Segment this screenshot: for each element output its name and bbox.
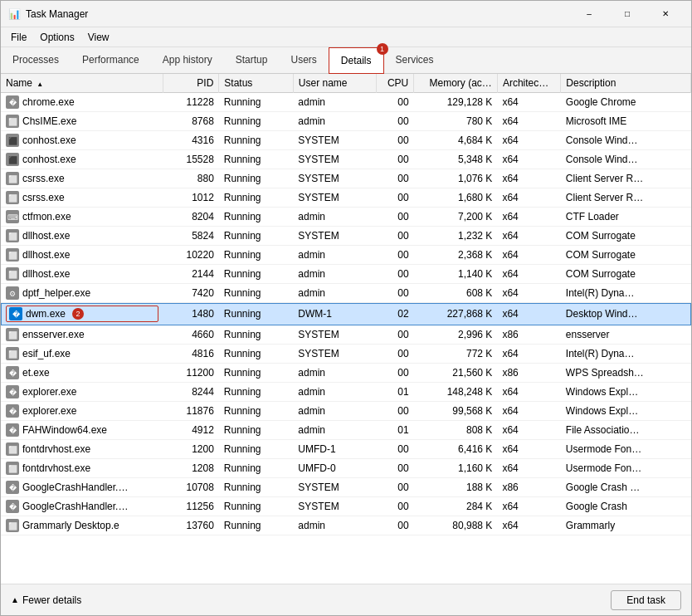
cell-cpu: 00 bbox=[377, 459, 414, 478]
process-name: csrss.exe bbox=[22, 192, 65, 203]
tab-services[interactable]: Services bbox=[384, 47, 446, 74]
cell-arch: x64 bbox=[497, 345, 560, 364]
cell-name: � explorer.exe bbox=[1, 402, 163, 421]
process-name: explorer.exe bbox=[22, 386, 76, 398]
cell-status: Running bbox=[219, 383, 293, 402]
cell-arch: x64 bbox=[497, 516, 560, 535]
menu-file[interactable]: File bbox=[4, 30, 33, 45]
tab-processes[interactable]: Processes bbox=[1, 47, 71, 74]
cell-name: ⬜ fontdrvhost.exe bbox=[1, 459, 163, 478]
process-table-container[interactable]: Name ▲ PID Status User name CPU bbox=[1, 74, 691, 584]
cell-pid: 13760 bbox=[163, 516, 219, 535]
table-row[interactable]: ⬜ ChsIME.exe8768Runningadmin00780 Kx64Mi… bbox=[1, 112, 691, 131]
cell-status: Running bbox=[219, 93, 293, 112]
cell-memory: 129,128 K bbox=[414, 93, 498, 112]
col-header-memory[interactable]: Memory (ac… bbox=[414, 74, 498, 93]
col-header-user[interactable]: User name bbox=[293, 74, 377, 93]
menu-options[interactable]: Options bbox=[33, 30, 80, 45]
table-row[interactable]: ⌨ ctfmon.exe8204Runningadmin007,200 Kx64… bbox=[1, 208, 691, 227]
svg-text:⌨: ⌨ bbox=[7, 213, 18, 222]
table-row[interactable]: � explorer.exe11876Runningadmin0099,568 … bbox=[1, 402, 691, 421]
table-row[interactable]: ⬛ conhost.exe15528RunningSYSTEM005,348 K… bbox=[1, 150, 691, 169]
table-row[interactable]: ⬜ Grammarly Desktop.e13760Runningadmin00… bbox=[1, 516, 691, 535]
tab-performance[interactable]: Performance bbox=[71, 47, 151, 74]
end-task-button[interactable]: End task bbox=[611, 590, 681, 610]
cell-name: ⬜ csrss.exe bbox=[1, 169, 163, 188]
fewer-details-button[interactable]: ▲ Fewer details bbox=[11, 594, 81, 606]
tab-app-history[interactable]: App history bbox=[151, 47, 224, 74]
svg-text:�: � bbox=[9, 369, 17, 378]
process-icon: � bbox=[6, 366, 19, 379]
cell-memory: 188 K bbox=[414, 478, 498, 497]
process-icon: � bbox=[6, 481, 19, 494]
svg-text:⬜: ⬜ bbox=[8, 445, 18, 455]
title-bar: 📊 Task Manager – □ ✕ bbox=[1, 1, 691, 27]
col-header-arch[interactable]: Architec… bbox=[497, 74, 560, 93]
col-header-status[interactable]: Status bbox=[219, 74, 293, 93]
table-row[interactable]: � GoogleCrashHandler.…10708RunningSYSTEM… bbox=[1, 478, 691, 497]
table-row[interactable]: ⬜ fontdrvhost.exe1200RunningUMFD-1006,41… bbox=[1, 440, 691, 459]
maximize-button[interactable]: □ bbox=[608, 1, 646, 27]
cell-user: admin bbox=[293, 284, 377, 303]
table-row[interactable]: ⚙ dptf_helper.exe7420Runningadmin00608 K… bbox=[1, 284, 691, 303]
cell-memory: 1,140 K bbox=[414, 265, 498, 284]
svg-text:⬜: ⬜ bbox=[8, 330, 18, 340]
process-name: csrss.exe bbox=[22, 173, 65, 184]
cell-status: Running bbox=[219, 284, 293, 303]
cell-cpu: 00 bbox=[377, 325, 414, 345]
process-icon: � bbox=[6, 500, 19, 513]
table-row[interactable]: � explorer.exe8244Runningadmin01148,248 … bbox=[1, 383, 691, 402]
table-row[interactable]: � dwm.exe21480RunningDWM-102227,868 Kx64… bbox=[1, 303, 691, 325]
table-row[interactable]: ⬜ ensserver.exe4660RunningSYSTEM002,996 … bbox=[1, 325, 691, 345]
cell-memory: 772 K bbox=[414, 345, 498, 364]
table-row[interactable]: ⬜ csrss.exe880RunningSYSTEM001,076 Kx64C… bbox=[1, 169, 691, 188]
col-header-pid[interactable]: PID bbox=[163, 74, 219, 93]
table-row[interactable]: � chrome.exe11228Runningadmin00129,128 K… bbox=[1, 93, 691, 112]
table-row[interactable]: � FAHWindow64.exe4912Runningadmin01808 K… bbox=[1, 421, 691, 440]
table-row[interactable]: ⬜ dllhost.exe2144Runningadmin001,140 Kx6… bbox=[1, 265, 691, 284]
cell-memory: 99,568 K bbox=[414, 402, 498, 421]
cell-user: SYSTEM bbox=[293, 131, 377, 150]
table-row[interactable]: ⬜ dllhost.exe5824RunningSYSTEM001,232 Kx… bbox=[1, 227, 691, 246]
cell-user: SYSTEM bbox=[293, 325, 377, 345]
table-row[interactable]: ⬜ dllhost.exe10220Runningadmin002,368 Kx… bbox=[1, 246, 691, 265]
col-header-desc[interactable]: Description bbox=[561, 74, 691, 93]
cell-user: admin bbox=[293, 402, 377, 421]
cell-pid: 1200 bbox=[163, 440, 219, 459]
cell-status: Running bbox=[219, 478, 293, 497]
cell-status: Running bbox=[219, 421, 293, 440]
col-header-name[interactable]: Name ▲ bbox=[1, 74, 163, 93]
minimize-button[interactable]: – bbox=[570, 1, 608, 27]
cell-memory: 7,200 K bbox=[414, 208, 498, 227]
cell-memory: 21,560 K bbox=[414, 364, 498, 383]
svg-text:⬜: ⬜ bbox=[8, 270, 18, 280]
table-header-row: Name ▲ PID Status User name CPU bbox=[1, 74, 691, 93]
tab-details[interactable]: Details 1 bbox=[329, 47, 384, 74]
table-row[interactable]: ⬜ csrss.exe1012RunningSYSTEM001,680 Kx64… bbox=[1, 188, 691, 208]
tab-startup[interactable]: Startup bbox=[224, 47, 280, 74]
table-row[interactable]: � et.exe11200Runningadmin0021,560 Kx86WP… bbox=[1, 364, 691, 383]
table-row[interactable]: ⬛ conhost.exe4316RunningSYSTEM004,684 Kx… bbox=[1, 131, 691, 150]
table-row[interactable]: ⬜ fontdrvhost.exe1208RunningUMFD-0001,16… bbox=[1, 459, 691, 478]
process-name: dllhost.exe bbox=[22, 230, 70, 242]
cell-status: Running bbox=[219, 516, 293, 535]
cell-arch: x64 bbox=[497, 383, 560, 402]
cell-desc: ensserver bbox=[561, 325, 691, 345]
cell-pid: 8768 bbox=[163, 112, 219, 131]
app-icon: 📊 bbox=[7, 7, 21, 21]
svg-text:⬜: ⬜ bbox=[8, 174, 18, 184]
tab-users[interactable]: Users bbox=[279, 47, 328, 74]
menu-view[interactable]: View bbox=[81, 30, 116, 45]
cell-cpu: 00 bbox=[377, 345, 414, 364]
svg-text:⬜: ⬜ bbox=[8, 117, 18, 127]
process-icon: � bbox=[9, 307, 22, 320]
svg-text:�: � bbox=[9, 483, 17, 492]
process-icon: ⌨ bbox=[6, 210, 19, 223]
table-row[interactable]: ⬜ esif_uf.exe4816RunningSYSTEM00772 Kx64… bbox=[1, 345, 691, 364]
close-button[interactable]: ✕ bbox=[646, 1, 685, 27]
cell-name: ⬜ Grammarly Desktop.e bbox=[1, 516, 163, 535]
table-row[interactable]: � GoogleCrashHandler.…11256RunningSYSTEM… bbox=[1, 497, 691, 516]
cell-user: admin bbox=[293, 93, 377, 112]
col-header-cpu[interactable]: CPU bbox=[377, 74, 414, 93]
process-name: dllhost.exe bbox=[22, 268, 70, 280]
